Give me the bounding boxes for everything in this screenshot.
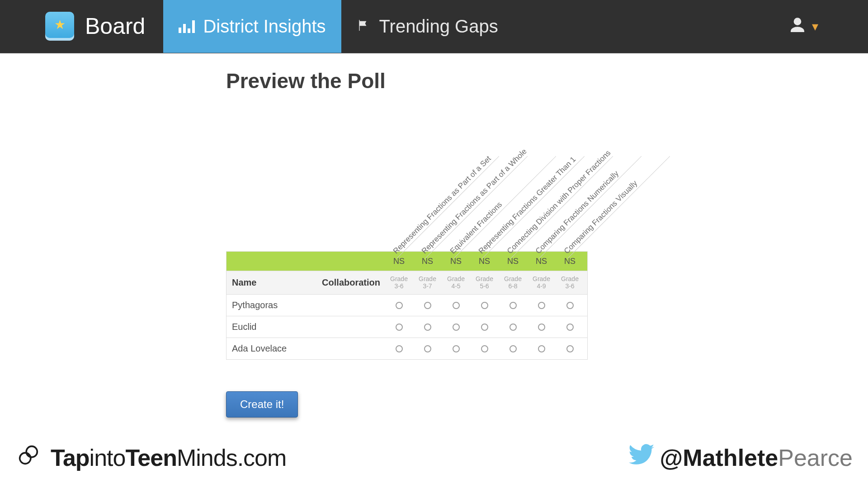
- column-label: Connecting Division with Proper Fraction…: [505, 149, 613, 256]
- nav-trending-gaps[interactable]: Trending Gaps: [341, 0, 514, 53]
- grade-cell: Grade6-8: [499, 271, 527, 294]
- footer-domain: TapintoTeenMinds.com: [51, 444, 286, 471]
- poll-radio[interactable]: [481, 302, 488, 309]
- column-label: Equivalent Fractions: [448, 200, 504, 256]
- poll-radio[interactable]: [538, 302, 545, 309]
- poll-radio[interactable]: [566, 345, 574, 352]
- brand[interactable]: Board: [0, 12, 163, 41]
- poll-radio[interactable]: [538, 324, 545, 331]
- link-icon: [15, 442, 42, 474]
- footer: TapintoTeenMinds.com @MathletePearce: [0, 441, 868, 474]
- grade-cell: Grade5-6: [470, 271, 499, 294]
- nav-district-insights[interactable]: District Insights: [163, 0, 341, 53]
- poll-radio[interactable]: [396, 302, 403, 309]
- stub-headers: Name Collaboration: [226, 271, 385, 294]
- poll-radio[interactable]: [566, 302, 574, 309]
- page-title: Preview the Poll: [226, 69, 868, 93]
- footer-right[interactable]: @MathletePearce: [627, 441, 853, 474]
- poll-radio[interactable]: [453, 324, 460, 331]
- poll-radio[interactable]: [566, 324, 574, 331]
- poll-radio[interactable]: [538, 345, 545, 352]
- grade-cell: Grade3-7: [413, 271, 442, 294]
- create-it-button[interactable]: Create it!: [226, 391, 298, 418]
- grade-cell: Grade3-6: [556, 271, 584, 294]
- svg-point-1: [26, 446, 37, 457]
- diagonal-column-labels: Representing Fractions as Part of a Set …: [226, 107, 588, 251]
- poll-radio[interactable]: [509, 302, 517, 309]
- grade-cell: Grade4-5: [442, 271, 470, 294]
- poll-radio[interactable]: [424, 324, 431, 331]
- twitter-handle: @MathletePearce: [660, 444, 853, 471]
- stub-blank: [226, 252, 385, 271]
- brand-label: Board: [85, 13, 145, 39]
- poll-matrix: Representing Fractions as Part of a Set …: [226, 107, 588, 360]
- nav-item-label: District Insights: [203, 16, 326, 37]
- book-star-icon: [45, 12, 74, 41]
- poll-radio[interactable]: [396, 324, 403, 331]
- navbar: Board District Insights Trending Gaps ▾: [0, 0, 868, 53]
- poll-radio[interactable]: [481, 345, 488, 352]
- footer-left[interactable]: TapintoTeenMinds.com: [15, 442, 286, 474]
- poll-radio[interactable]: [453, 345, 460, 352]
- poll-radio[interactable]: [509, 324, 517, 331]
- flag-icon: [357, 16, 371, 37]
- svg-point-0: [20, 453, 31, 464]
- grade-cell: Grade3-6: [385, 271, 413, 294]
- user-icon[interactable]: [788, 16, 807, 36]
- ns-header-row: NS NS NS NS NS NS NS: [226, 251, 588, 271]
- poll-radio[interactable]: [424, 302, 431, 309]
- name-header: Name: [232, 277, 256, 288]
- poll-radio[interactable]: [509, 345, 517, 352]
- row-name: Pythagoras: [226, 295, 385, 316]
- column-label: Representing Fractions as Part of a Whol…: [420, 147, 529, 256]
- poll-radio[interactable]: [424, 345, 431, 352]
- collaboration-header: Collaboration: [322, 277, 380, 288]
- row-name: Ada Lovelace: [226, 338, 385, 359]
- grade-cell: Grade4-9: [527, 271, 556, 294]
- table-row: Ada Lovelace: [226, 338, 588, 360]
- grade-header-row: Name Collaboration Grade3-6 Grade3-7 Gra…: [226, 271, 588, 295]
- nav-item-label: Trending Gaps: [379, 16, 498, 37]
- main: Preview the Poll Representing Fractions …: [0, 53, 868, 418]
- chevron-down-icon[interactable]: ▾: [812, 19, 818, 34]
- poll-radio[interactable]: [453, 302, 460, 309]
- bar-chart-icon: [179, 19, 195, 33]
- nav-right: ▾: [788, 16, 868, 36]
- row-name: Euclid: [226, 316, 385, 338]
- poll-radio[interactable]: [481, 324, 488, 331]
- twitter-icon: [627, 441, 656, 474]
- table-row: Euclid: [226, 316, 588, 338]
- table-row: Pythagoras: [226, 295, 588, 316]
- poll-radio[interactable]: [396, 345, 403, 352]
